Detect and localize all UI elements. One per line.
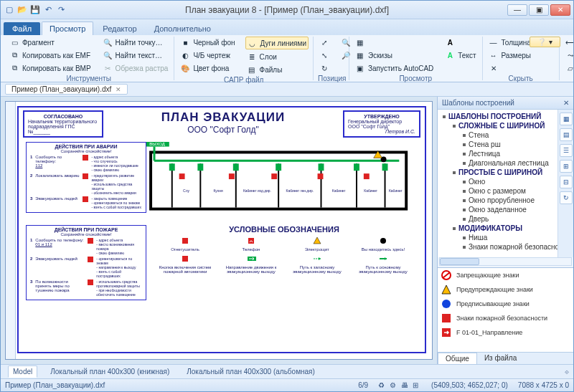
svg-point-42 [380, 238, 386, 244]
layout-scroll-btn[interactable]: ⟐ [565, 368, 569, 376]
legend-item: Кнопка включения систем пожарной автомат… [156, 254, 214, 274]
sign-row[interactable]: Предписывающие знаки [438, 297, 573, 311]
tree-node[interactable]: МОДИФИКАТОРЫ [440, 224, 555, 233]
side-tab-common[interactable]: Общие [438, 353, 477, 364]
svg-rect-0 [83, 155, 88, 161]
tool-btn-5[interactable]: ⊟ [560, 176, 573, 188]
ritem-dist[interactable]: ⟷Расстояние [564, 37, 574, 48]
status-icon[interactable]: ♻ [378, 381, 387, 390]
ritem-autocad[interactable]: ▣Запустить AutoCAD [354, 62, 435, 74]
canvas[interactable]: СОГЛАСОВАНО Начальник территориального п… [5, 101, 433, 360]
status-icon[interactable]: ⚙ [390, 381, 398, 390]
tree-node[interactable]: ПРОСТЫЕ С ШИРИНОЙ [440, 168, 555, 177]
side-close-icon[interactable]: ✕ [563, 99, 569, 107]
layout-tab-2[interactable]: Локальный план 400x300 (альбомная) [182, 366, 319, 377]
ritem-find-text[interactable]: 🔍Найти текст… [101, 49, 170, 61]
status-icon[interactable]: 🖶 [401, 381, 410, 390]
tool-btn-2[interactable]: ▤ [560, 128, 573, 141]
ritem-arcs-lines[interactable]: ◡Дуги линиями [245, 37, 309, 49]
sign-row[interactable]: Предупреждающие знаки [438, 282, 573, 297]
ritem-view1[interactable]: ▦ [354, 37, 435, 48]
crop-icon: ✂ [103, 63, 113, 73]
ritem-bw[interactable]: ◐Ч/Б чертеж [179, 49, 236, 61]
ritem-fragment[interactable]: ▭Фрагмент [8, 37, 93, 48]
ritem-files[interactable]: ▤Файлы [245, 64, 309, 75]
ritem-nav3[interactable]: ↻ [318, 62, 331, 74]
svg-marker-46 [319, 257, 321, 260]
close-button[interactable]: ✕ [550, 4, 570, 16]
layout-tab-1[interactable]: Локальный план 400x300 (книжная) [46, 366, 174, 377]
qat-new-icon[interactable]: ▢ [4, 4, 15, 16]
template-tree[interactable]: ШАБЛОНЫ ПОСТРОЕНИЙСЛОЖНЫЕ С ШИРИНОЙСтена… [438, 110, 557, 257]
tree-node[interactable]: Знаки пожарной безопасности [440, 242, 555, 252]
tree-node[interactable]: Ниша [440, 233, 555, 242]
tree-node[interactable]: Стена рш [440, 140, 555, 149]
ruler-icon: ⟷ [565, 37, 574, 47]
palette-icon: 🎨 [180, 63, 190, 73]
sign-row[interactable]: Знаки пожарной безопасности [438, 311, 573, 325]
ritem-area[interactable]: ▱Площадь [564, 62, 574, 74]
svg-rect-53 [442, 314, 451, 322]
tool-btn-4[interactable]: ⊞ [560, 160, 573, 173]
tool-btn-3[interactable]: ☰ [560, 144, 573, 157]
status-icons: ♻ ⚙ 🖶 ⊞ [378, 381, 421, 390]
tool-btn-6[interactable]: ↻ [560, 191, 573, 204]
document-tab-strip: Пример (План_эвакуации).dxf ✕ [1, 82, 573, 97]
qat-undo-icon[interactable]: ↶ [42, 4, 54, 16]
ritem-find-point[interactable]: 🔍Найти точку… [101, 37, 170, 48]
layout-tab-model[interactable]: Model [8, 365, 37, 378]
tree-node[interactable]: Окно [440, 177, 555, 186]
sign-row[interactable]: Запрещающие знаки [438, 268, 573, 282]
sign-list[interactable]: Запрещающие знакиПредупреждающие знакиПр… [438, 268, 573, 352]
approved-left-box: СОГЛАСОВАНО Начальник территориального п… [23, 110, 103, 138]
tree-node[interactable]: Лестница [440, 149, 555, 158]
minimize-button[interactable]: — [507, 4, 527, 16]
status-icon[interactable]: ⊞ [413, 381, 421, 390]
tree-node[interactable]: Окно с размером [440, 186, 555, 196]
ribbon-group-position: ⤢ ⤡ ↻ 🔍 🔎 Позиция [314, 37, 349, 80]
tree-node[interactable]: Окно прорубленное [440, 196, 555, 205]
tree-node[interactable]: Окно заделанное [440, 205, 555, 214]
ritem-polylen[interactable]: ⤳Длина полилинии [564, 49, 574, 61]
ritem-bgcolor[interactable]: 🎨Цвет фона [179, 62, 236, 74]
svg-text:Кухня: Кухня [213, 189, 223, 193]
ritem-nav1[interactable]: ⤢ [318, 37, 331, 48]
status-coords: (5409,503; 4652,027; 0) [431, 381, 508, 389]
arrow-icon [441, 327, 452, 338]
document-tab[interactable]: Пример (План_эвакуации).dxf ✕ [5, 84, 128, 95]
tree-node[interactable]: СЛОЖНЫЕ С ШИРИНОЙ [440, 121, 555, 130]
main-area: СОГЛАСОВАНО Начальник территориального п… [1, 97, 573, 364]
drawing-frame: СОГЛАСОВАНО Начальник территориального п… [17, 106, 426, 353]
side-tab-fromfile[interactable]: Из файла [477, 353, 524, 364]
side-tool-strip: ▦ ▤ ☰ ⊞ ⊟ ↻ [557, 110, 573, 257]
tree-node[interactable]: Дверь [440, 214, 555, 224]
ritem-copy-bmp[interactable]: ⧉Копировать как BMP [8, 62, 93, 74]
ribbon-tab-view[interactable]: Просмотр [42, 21, 93, 35]
ribbon-tab-extra[interactable]: Дополнительно [146, 21, 219, 35]
qat-save-icon[interactable]: 💾 [29, 4, 41, 16]
ritem-text[interactable]: AТекст [443, 49, 477, 61]
tree-node[interactable]: Диагональная лестница [440, 158, 555, 168]
help-button[interactable]: ❔▾ [530, 37, 560, 47]
ritem-hide3[interactable]: ✕ [487, 62, 555, 74]
ritem-black-bg[interactable]: ■Черный фон [179, 37, 236, 48]
qat-redo-icon[interactable]: ↷ [55, 4, 67, 16]
sign-row[interactable]: F 01-01_Направление [438, 325, 573, 340]
ritem-layers[interactable]: ≣Слои [245, 51, 309, 62]
ritem-nav2[interactable]: ⤡ [318, 49, 331, 61]
ritem-text-a[interactable]: A [443, 37, 477, 48]
qat-open-icon[interactable]: 📂 [17, 4, 28, 16]
ritem-thumbs[interactable]: ▦Эскизы [354, 49, 435, 61]
ritem-dims[interactable]: ↔Размеры [487, 49, 555, 61]
close-tab-icon[interactable]: ✕ [116, 86, 121, 93]
ribbon-group-cadfile: ■Черный фон ◐Ч/Б чертеж 🎨Цвет фона ◡Дуги… [174, 37, 314, 80]
ribbon-tab-editor[interactable]: Редактор [95, 21, 144, 35]
tool-btn-1[interactable]: ▦ [560, 113, 573, 125]
file-tab[interactable]: Файл [4, 22, 40, 35]
maximize-button[interactable]: ▣ [529, 4, 549, 16]
actions-fire-box: ДЕЙСТВИЯ ПРИ ПОЖАРЕ Сохраняйте спокойств… [26, 225, 146, 300]
tree-scrollbar[interactable] [439, 257, 572, 266]
tree-node[interactable]: Стена [440, 130, 555, 140]
ritem-copy-emf[interactable]: ⧉Копировать как EMF [8, 49, 93, 61]
tree-node[interactable]: ШАБЛОНЫ ПОСТРОЕНИЙ [440, 112, 555, 121]
